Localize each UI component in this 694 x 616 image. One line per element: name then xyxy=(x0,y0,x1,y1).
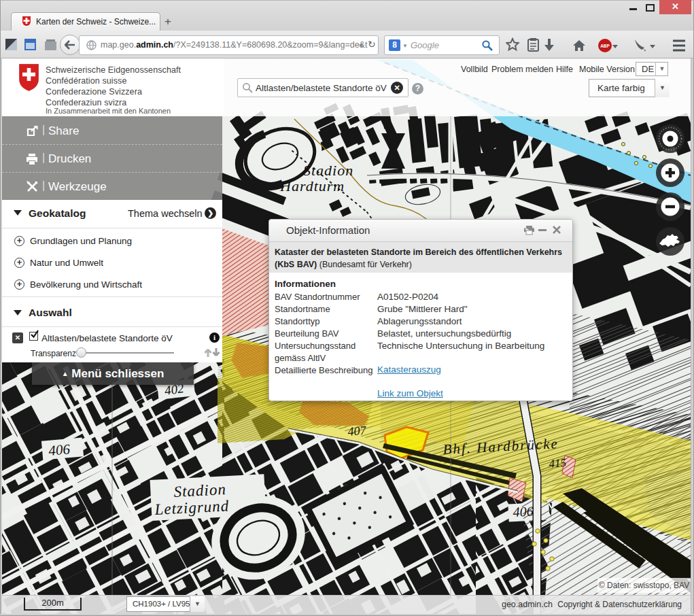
svg-text:Stadion: Stadion xyxy=(303,162,353,179)
svg-text:ABP: ABP xyxy=(600,44,610,48)
svg-text:406: 406 xyxy=(513,503,534,519)
svg-text:Hardturm: Hardturm xyxy=(279,177,345,194)
svg-text:415: 415 xyxy=(549,456,567,470)
svg-text:407: 407 xyxy=(347,424,368,439)
svg-text:406: 406 xyxy=(48,441,71,459)
